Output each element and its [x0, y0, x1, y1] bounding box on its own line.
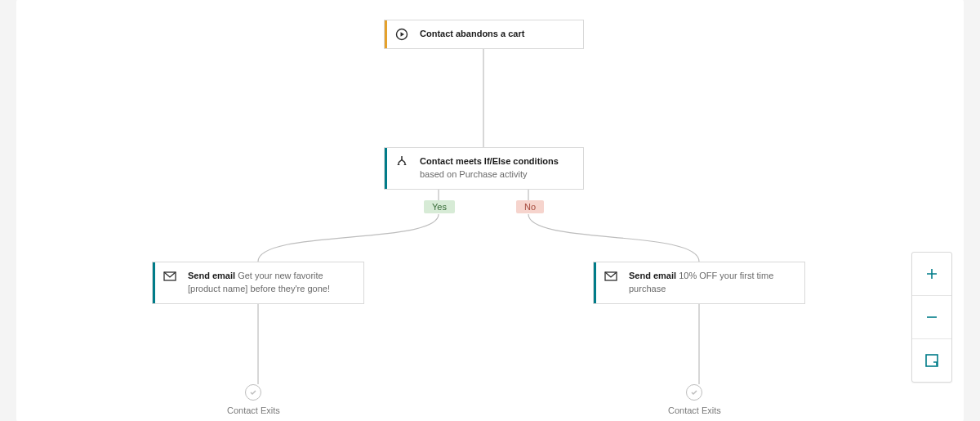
email-no-label: Send email 10% OFF your first time purch…: [626, 262, 804, 303]
email-yes-label: Send email Get your new favorite [produc…: [185, 262, 363, 303]
exit-left-label: Contact Exits: [227, 405, 280, 415]
fit-screen-icon: [924, 352, 940, 369]
svg-marker-1: [401, 32, 405, 36]
condition-label: Contact meets If/Else conditions based o…: [416, 148, 583, 189]
check-circle-icon: [686, 384, 702, 401]
zoom-out-button[interactable]: [912, 295, 951, 338]
zoom-fit-button[interactable]: [912, 338, 951, 382]
email-no-node[interactable]: Send email 10% OFF your first time purch…: [593, 262, 805, 304]
check-circle-icon: [245, 384, 261, 401]
zoom-in-button[interactable]: [912, 253, 951, 295]
play-circle-icon: [387, 28, 416, 41]
condition-node[interactable]: Contact meets If/Else conditions based o…: [384, 147, 584, 190]
workflow-canvas[interactable]: Contact abandons a cart Contact meets If…: [16, 0, 964, 421]
exit-right: Contact Exits: [668, 384, 721, 415]
connector-lines: [16, 0, 964, 421]
branch-icon: [387, 148, 416, 168]
svg-marker-2: [397, 163, 399, 166]
svg-rect-6: [926, 355, 938, 366]
minus-icon: [924, 310, 939, 325]
envelope-icon: [155, 262, 185, 284]
trigger-node[interactable]: Contact abandons a cart: [384, 20, 584, 49]
trigger-label: Contact abandons a cart: [416, 28, 583, 41]
zoom-controls: [911, 252, 952, 383]
plus-icon: [924, 266, 939, 281]
envelope-icon: [596, 262, 626, 284]
exit-left: Contact Exits: [227, 384, 280, 415]
branch-no-label: No: [516, 200, 544, 213]
svg-marker-3: [403, 163, 406, 166]
branch-yes-label: Yes: [424, 200, 455, 213]
exit-right-label: Contact Exits: [668, 405, 721, 415]
email-yes-node[interactable]: Send email Get your new favorite [produc…: [152, 262, 364, 304]
